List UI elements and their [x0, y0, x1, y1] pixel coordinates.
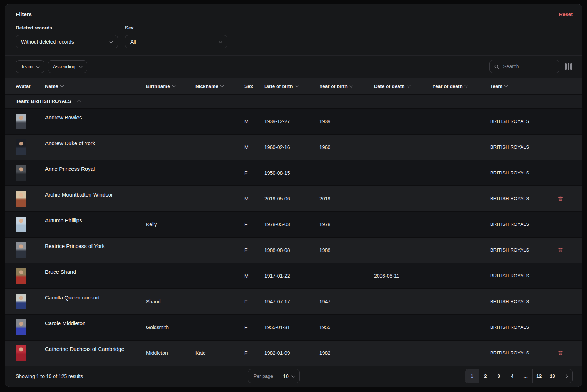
sex-select[interactable]: All	[125, 35, 227, 48]
date-of-birth-cell: 1917-01-22	[264, 273, 319, 279]
column-header-date_of_death[interactable]: Date of death	[374, 84, 432, 89]
column-header-year_of_birth[interactable]: Year of birth	[319, 84, 374, 89]
actions-cell	[556, 348, 573, 358]
date-of-birth-cell: 1978-05-03	[264, 222, 319, 227]
name-cell: Catherine Duchess of Cambridge	[45, 341, 146, 352]
table-row: Autumn PhillipsKellyF1978-05-031978BRITI…	[5, 211, 582, 237]
team-cell: BRITISH ROYALS	[490, 144, 556, 150]
sex-label: Sex	[125, 25, 227, 30]
per-page-label: Per page	[248, 369, 278, 383]
avatar	[16, 242, 26, 258]
team-cell: BRITISH ROYALS	[490, 222, 556, 227]
team-cell: BRITISH ROYALS	[490, 273, 556, 278]
column-label: Avatar	[16, 84, 31, 89]
sort-field-value: Team	[21, 64, 33, 69]
pagination-page-2[interactable]: 2	[479, 369, 492, 383]
sort-field-dropdown[interactable]: Team	[16, 60, 44, 73]
filter-field-sex: Sex All	[125, 25, 227, 48]
year-of-birth-cell: 1947	[319, 299, 374, 304]
nickname-cell: Kate	[195, 350, 244, 356]
sex-cell: M	[244, 144, 264, 150]
avatar-cell	[16, 191, 45, 207]
team-cell: BRITISH ROYALS	[490, 196, 556, 201]
avatar	[16, 139, 26, 155]
birthname-cell: Middleton	[146, 350, 195, 356]
avatar-cell	[16, 319, 45, 335]
table-row: Carole MiddletonGoldsmithF1955-01-311955…	[5, 314, 582, 340]
name-cell: Bruce Shand	[45, 263, 146, 275]
search-input[interactable]	[502, 63, 555, 70]
date-of-birth-cell: 1950-08-15	[264, 170, 319, 176]
trash-icon	[558, 350, 563, 356]
delete-record-button[interactable]	[556, 194, 566, 204]
avatar	[16, 165, 26, 181]
table-row: Camilla Queen consortShandF1947-07-17194…	[5, 288, 582, 314]
date-of-birth-cell: 1960-02-16	[264, 144, 319, 150]
reset-filters-button[interactable]: Reset	[559, 11, 573, 17]
pagination-next-button[interactable]	[559, 369, 573, 383]
chevron-down-icon	[60, 84, 64, 88]
pagination-ellipsis[interactable]: ...	[519, 369, 532, 383]
table-toolbar: Team Ascending	[5, 55, 582, 78]
table-row: Andrew Duke of YorkM1960-02-161960BRITIS…	[5, 134, 582, 160]
records-panel: Filters Reset Deleted records Without de…	[5, 4, 582, 387]
chevron-down-icon	[291, 374, 295, 378]
column-header-team[interactable]: Team	[490, 84, 556, 89]
delete-record-button[interactable]	[556, 245, 566, 255]
chevron-down-icon	[295, 84, 298, 88]
sort-direction-dropdown[interactable]: Ascending	[48, 60, 87, 73]
group-collapse-button[interactable]	[76, 98, 81, 105]
chevron-down-icon	[218, 39, 222, 43]
pagination-page-4[interactable]: 4	[506, 369, 519, 383]
chevron-right-icon	[564, 374, 568, 378]
deleted-records-select[interactable]: Without deleted records	[16, 35, 118, 48]
filter-fields: Deleted records Without deleted records …	[16, 25, 573, 55]
avatar-cell	[16, 114, 45, 129]
chevron-down-icon	[36, 64, 40, 68]
sex-cell: F	[244, 299, 264, 304]
actions-cell	[556, 245, 573, 255]
column-header-nickname[interactable]: Nickname	[195, 84, 244, 89]
column-label: Name	[45, 84, 58, 89]
pagination-page-13[interactable]: 13	[546, 369, 559, 383]
sex-cell: M	[244, 196, 264, 202]
column-label: Date of birth	[264, 84, 293, 89]
column-header-name[interactable]: Name	[45, 84, 146, 89]
filters-header: Filters Reset	[16, 11, 573, 17]
chevron-down-icon	[504, 84, 508, 88]
trash-icon	[558, 195, 563, 202]
pagination-page-1[interactable]: 1	[465, 369, 479, 383]
per-page-control: Per page 10	[248, 369, 299, 383]
chevron-down-icon	[349, 84, 353, 88]
name-cell: Archie Mountbatten-Windsor	[45, 186, 146, 198]
team-cell: BRITISH ROYALS	[490, 350, 556, 356]
avatar-cell	[16, 294, 45, 309]
avatar-cell	[16, 165, 45, 181]
column-label: Team	[490, 84, 502, 89]
column-header-birthname[interactable]: Birthname	[146, 84, 195, 89]
team-cell: BRITISH ROYALS	[490, 119, 556, 124]
sex-value: All	[130, 39, 136, 45]
sex-cell: M	[244, 119, 264, 124]
table-row: Andrew BowlesM1939-12-271939BRITISH ROYA…	[5, 108, 582, 134]
pagination: 1234...1213	[465, 369, 573, 383]
team-cell: BRITISH ROYALS	[490, 247, 556, 253]
name-cell: Andrew Bowles	[45, 109, 146, 120]
column-header-date_of_birth[interactable]: Date of birth	[264, 84, 319, 89]
column-header-year_of_death[interactable]: Year of death	[432, 84, 490, 89]
year-of-birth-cell: 2019	[319, 196, 374, 202]
avatar	[16, 319, 26, 335]
avatar-cell	[16, 345, 45, 361]
toolbar-right	[489, 60, 573, 73]
sex-cell: M	[244, 273, 264, 279]
name-cell: Anne Princess Royal	[45, 160, 146, 172]
pagination-page-3[interactable]: 3	[492, 369, 506, 383]
table-row: Anne Princess RoyalF1950-08-15BRITISH RO…	[5, 160, 582, 185]
pagination-page-12[interactable]: 12	[532, 369, 546, 383]
columns-visibility-button[interactable]	[564, 63, 573, 70]
table-row: Archie Mountbatten-WindsorM2019-05-06201…	[5, 185, 582, 211]
per-page-select[interactable]: 10	[278, 369, 299, 383]
name-cell: Beatrice Princess of York	[45, 238, 146, 249]
delete-record-button[interactable]	[556, 348, 566, 358]
avatar	[16, 294, 26, 309]
